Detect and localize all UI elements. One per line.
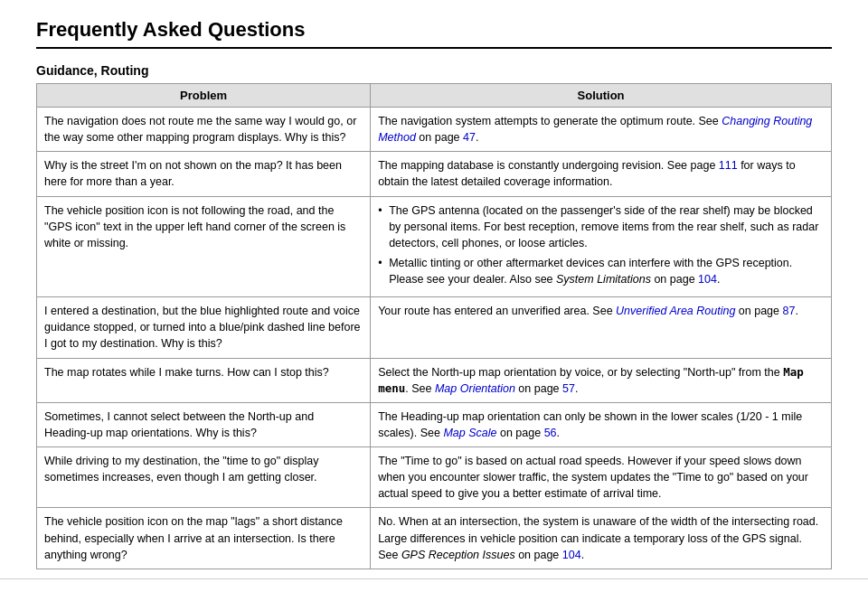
problem-cell: The vehicle position icon on the map "la… (37, 508, 371, 569)
solution-cell: The Heading-up map orientation can only … (371, 402, 832, 446)
table-row: The vehicle position icon is not followi… (37, 196, 832, 297)
table-row: The map rotates while I make turns. How … (37, 358, 832, 402)
problem-cell: I entered a destination, but the blue hi… (37, 297, 371, 358)
col-problem-header: Problem (37, 84, 371, 108)
problem-cell: While driving to my destination, the "ti… (37, 447, 371, 508)
page-container: Frequently Asked Questions Guidance, Rou… (0, 0, 868, 592)
solution-cell: The mapping database is constantly under… (371, 152, 832, 196)
col-solution-header: Solution (371, 84, 832, 108)
solution-cell: Select the North-up map orientation by v… (371, 358, 832, 402)
section-heading: Guidance, Routing (36, 63, 832, 78)
table-row: Sometimes, I cannot select between the N… (37, 402, 832, 446)
table-row: The vehicle position icon on the map "la… (37, 508, 832, 569)
table-row: While driving to my destination, the "ti… (37, 447, 832, 508)
solution-cell: Your route has entered an unverified are… (371, 297, 832, 358)
problem-cell: The map rotates while I make turns. How … (37, 358, 371, 402)
faq-table: Problem Solution The navigation does not… (36, 83, 832, 569)
problem-cell: The navigation does not route me the sam… (37, 108, 371, 152)
page-title: Frequently Asked Questions (36, 18, 832, 49)
solution-cell: The GPS antenna (located on the passenge… (371, 196, 832, 297)
problem-cell: Sometimes, I cannot select between the N… (37, 402, 371, 446)
solution-cell: The "Time to go" is based on actual road… (371, 447, 832, 508)
page-footer: 128 Navigation System 2009 Accord carman… (0, 578, 868, 592)
problem-cell: Why is the street I'm on not shown on th… (37, 152, 371, 196)
table-row: The navigation does not route me the sam… (37, 108, 832, 152)
bullet-item: Metallic tinting or other aftermarket de… (378, 255, 824, 287)
table-row: Why is the street I'm on not shown on th… (37, 152, 832, 196)
bullet-item: The GPS antenna (located on the passenge… (378, 202, 824, 251)
table-row: I entered a destination, but the blue hi… (37, 297, 832, 358)
problem-cell: The vehicle position icon is not followi… (37, 196, 371, 297)
solution-cell: The navigation system attempts to genera… (371, 108, 832, 152)
solution-cell: No. When at an intersection, the system … (371, 508, 832, 569)
